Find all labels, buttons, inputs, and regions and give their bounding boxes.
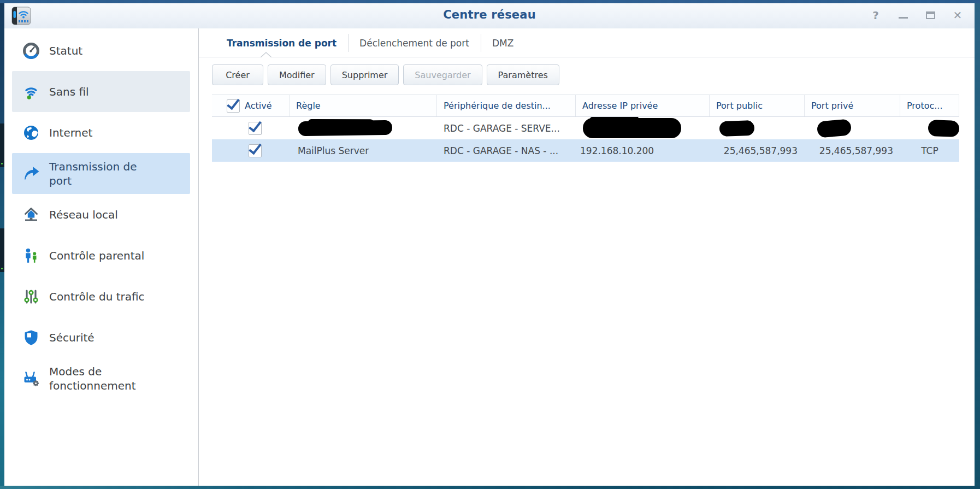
select-all-checkbox[interactable]	[227, 99, 240, 113]
modify-button[interactable]: Modifier	[268, 64, 326, 85]
window-controls: ? ✕	[869, 8, 965, 23]
redaction-mark	[719, 120, 755, 136]
cell-active	[212, 117, 290, 139]
sidebar-item-label: Contrôle du trafic	[49, 290, 145, 304]
toolbar: Créer Modifier Supprimer Sauvegarder Par…	[212, 64, 559, 85]
column-header-device[interactable]: Périphérique de destin...	[437, 95, 576, 116]
security-shield-icon	[22, 328, 40, 347]
titlebar[interactable]: Centre réseau ? ✕	[4, 3, 975, 28]
table-row-selected[interactable]: MailPlus Server RDC - GARAGE - NAS - ...…	[212, 139, 959, 162]
minimize-icon	[899, 17, 908, 19]
redaction-mark	[817, 119, 852, 138]
table-header-row: Activé Règle Périphérique de destin... A…	[212, 95, 959, 117]
minimize-button[interactable]	[896, 8, 910, 23]
maximize-button[interactable]	[923, 8, 937, 23]
cell-protocol	[900, 117, 959, 139]
main-content: Transmission de port Déclenchement de po…	[199, 28, 975, 486]
column-header-private-port[interactable]: Port privé	[805, 95, 900, 116]
sidebar-item-label: Statut	[49, 44, 82, 58]
redaction-mark	[928, 120, 959, 137]
sidebar-item-internet[interactable]: Internet	[12, 112, 190, 153]
column-header-public-port[interactable]: Port public	[710, 95, 805, 116]
column-header-private-ip[interactable]: Adresse IP privée	[576, 95, 710, 116]
close-button[interactable]: ✕	[951, 8, 965, 23]
maximize-icon	[926, 11, 935, 19]
cell-private-ip	[576, 117, 710, 139]
settings-button[interactable]: Paramètres	[487, 64, 559, 85]
screen: Centre réseau ? ✕ Statut	[0, 0, 980, 489]
sidebar-item-label: Contrôle parental	[49, 249, 144, 263]
port-forwarding-table: Activé Règle Périphérique de destin... A…	[212, 95, 959, 162]
port-forward-arrow-icon	[22, 164, 40, 183]
cell-private-port	[805, 117, 900, 139]
cell-private-port: 25,465,587,993	[805, 139, 900, 162]
sidebar-item-modes-de-fonctionnement[interactable]: Modes de fonctionnement	[12, 358, 190, 399]
column-header-rule[interactable]: Règle	[290, 95, 437, 116]
sidebar-item-label: Sécurité	[49, 331, 95, 345]
column-header-protocol[interactable]: Protoc...	[900, 95, 959, 116]
desktop-icon-sliver	[0, 228, 4, 272]
backup-button[interactable]: Sauvegarder	[403, 64, 482, 85]
redaction-mark	[298, 120, 392, 136]
row-enabled-checkbox[interactable]	[249, 122, 262, 135]
cell-active	[212, 139, 290, 162]
redaction-mark	[583, 118, 681, 138]
network-center-window: Centre réseau ? ✕ Statut	[4, 3, 975, 486]
desktop-icon-dot	[1, 163, 3, 164]
active-tab-notch	[260, 52, 272, 57]
cell-public-port: 25,465,587,993	[710, 139, 805, 162]
delete-button[interactable]: Supprimer	[330, 64, 399, 85]
globe-icon	[22, 123, 40, 142]
sidebar-item-reseau-local[interactable]: Réseau local	[12, 194, 190, 235]
create-button[interactable]: Créer	[212, 64, 263, 85]
desktop-right-edge	[975, 3, 980, 486]
tab-bar: Transmission de port Déclenchement de po…	[199, 28, 975, 57]
sidebar-item-controle-du-trafic[interactable]: Contrôle du trafic	[12, 276, 190, 317]
gauge-icon	[22, 42, 40, 60]
cell-public-port	[710, 117, 805, 139]
table-row[interactable]: RDC - GARAGE - SERVE...	[212, 117, 959, 139]
column-header-active[interactable]: Activé	[212, 95, 290, 116]
wifi-icon	[22, 83, 40, 101]
cell-rule: MailPlus Server	[290, 139, 437, 162]
sidebar-item-label: Réseau local	[49, 208, 118, 222]
cell-rule	[290, 117, 437, 139]
sidebar-item-label: Sans fil	[49, 85, 89, 99]
traffic-sliders-icon	[22, 287, 40, 306]
sidebar-item-label: Transmission de port	[49, 160, 161, 188]
tab-transmission-de-port[interactable]: Transmission de port	[215, 28, 348, 57]
sidebar-item-label: Modes de fonctionnement	[49, 364, 161, 393]
sidebar-item-securite[interactable]: Sécurité	[12, 317, 190, 358]
sidebar-item-label: Internet	[49, 126, 92, 140]
cell-device: RDC - GARAGE - NAS - ...	[437, 139, 576, 162]
operation-mode-router-gear-icon	[22, 369, 40, 388]
cell-private-ip: 192.168.10.200	[576, 139, 710, 162]
parental-control-icon	[22, 246, 40, 265]
sidebar: Statut Sans fil Internet	[4, 28, 198, 486]
desktop-icon-sliver	[0, 123, 4, 167]
column-header-label: Activé	[245, 101, 272, 111]
tab-declenchement-de-port[interactable]: Déclenchement de port	[348, 28, 481, 57]
sidebar-item-controle-parental[interactable]: Contrôle parental	[12, 235, 190, 276]
sidebar-item-transmission-de-port[interactable]: Transmission de port	[12, 153, 190, 194]
desktop-bottom-edge	[0, 486, 980, 489]
help-button[interactable]: ?	[869, 8, 883, 23]
sidebar-item-sans-fil[interactable]: Sans fil	[12, 71, 190, 112]
cell-device: RDC - GARAGE - SERVE...	[437, 117, 576, 139]
row-enabled-checkbox[interactable]	[249, 144, 262, 157]
local-network-house-icon	[22, 205, 40, 224]
cell-protocol: TCP	[900, 139, 959, 162]
desktop-icon-dot	[1, 268, 3, 269]
tab-dmz[interactable]: DMZ	[481, 28, 525, 57]
window-title: Centre réseau	[4, 8, 975, 21]
sidebar-item-statut[interactable]: Statut	[12, 30, 190, 71]
desktop-left-edge	[0, 3, 4, 486]
